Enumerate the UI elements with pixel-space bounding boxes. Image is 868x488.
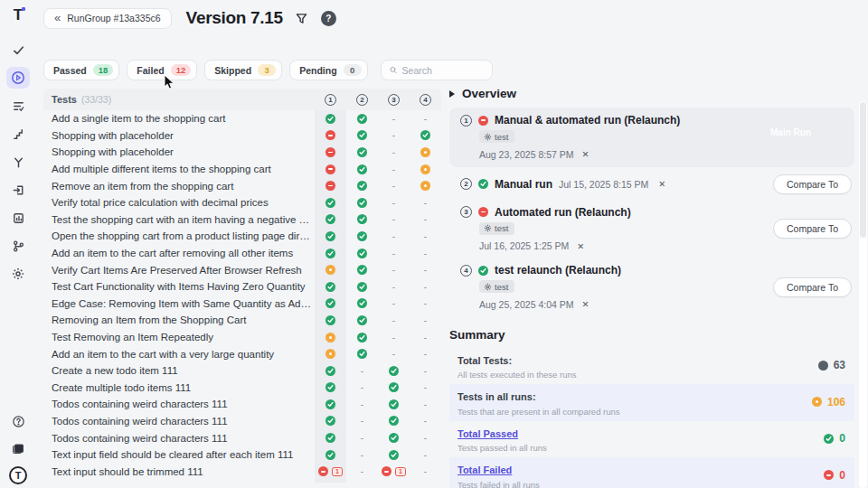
test-name: Test Cart Functionality with Items Havin… (43, 281, 315, 292)
summary-value: 0 (824, 432, 845, 445)
test-row[interactable]: Test Cart Functionality with Items Havin… (43, 278, 441, 296)
summary-link[interactable]: Total Failed (458, 465, 512, 475)
run-tag: test (479, 130, 514, 143)
no-run-dash: - (392, 214, 395, 224)
test-row[interactable]: Open the shopping cart from a product li… (43, 228, 441, 245)
test-row[interactable]: Test the shopping cart with an item havi… (43, 211, 441, 229)
test-row[interactable]: Create a new todo item 111-- (43, 362, 441, 380)
collapse-panel-icon[interactable] (449, 90, 455, 98)
test-row[interactable]: Add multiple different items to the shop… (43, 161, 441, 178)
test-row[interactable]: Add an item to the cart after removing a… (43, 245, 441, 262)
run-item[interactable]: 2Manual runJul 15, 2025 8:15 PM✕Compare … (449, 172, 854, 198)
remove-run-icon[interactable]: ✕ (658, 179, 665, 189)
filter-failed-button[interactable]: Failed12 (127, 60, 197, 80)
status-cell (315, 214, 346, 224)
status-cell (346, 265, 378, 275)
checks-nav-icon[interactable] (6, 39, 30, 61)
comment-badge[interactable]: 1 (395, 467, 406, 476)
sidebar: T (0, 0, 36, 488)
test-row[interactable]: Edge Case: Removing Item with Same Quant… (43, 296, 441, 313)
run-title: Manual run (495, 178, 552, 191)
run-item[interactable]: 4test relaunch (Relaunch)testAug 25, 202… (449, 260, 854, 314)
no-run-dash: - (424, 315, 427, 325)
test-row[interactable]: Add an item to the cart with a very larg… (43, 345, 441, 362)
search-box[interactable] (381, 60, 493, 80)
test-row[interactable]: Todos containing weird characters 111-- (43, 396, 441, 413)
help-circle-icon[interactable] (6, 410, 30, 432)
run-item[interactable]: 3Automated run (Relaunch)testJul 16, 202… (449, 202, 854, 257)
status-failed-icon (326, 181, 335, 191)
test-name: Shopping with placeholder (43, 130, 315, 141)
run-number-2-icon[interactable]: 2 (356, 94, 368, 106)
summary-description: All tests executed in these runs (458, 370, 818, 380)
search-input[interactable] (402, 65, 484, 76)
runs-nav-icon[interactable] (6, 67, 30, 89)
remove-run-icon[interactable]: ✕ (577, 241, 584, 251)
filter-skipped-button[interactable]: Skipped3 (204, 60, 282, 80)
remove-run-icon[interactable]: ✕ (582, 149, 590, 159)
test-name: Edge Case: Removing Item with Same Quant… (43, 298, 315, 309)
filter-count-badge: 0 (344, 64, 362, 76)
test-row[interactable]: Shopping with placeholder- (43, 127, 441, 145)
status-cell (315, 282, 346, 292)
status-cell (315, 399, 346, 409)
status-cell: - (378, 315, 410, 325)
test-row[interactable]: Add a single item to the shopping cart-- (43, 110, 441, 127)
test-row[interactable]: Shopping with placeholder- (43, 144, 441, 161)
compare-to-button[interactable]: Compare To (773, 277, 852, 297)
run-number-badge: 2 (460, 178, 472, 190)
report-nav-icon[interactable] (6, 207, 30, 229)
summary-label: Tests in all runs: (458, 391, 536, 402)
comment-badge[interactable]: 1 (332, 467, 343, 476)
filter-pending-button[interactable]: Pending0 (289, 60, 367, 80)
settings-gear-icon[interactable] (6, 263, 30, 285)
user-avatar[interactable]: T (9, 466, 27, 484)
test-row[interactable]: Todos containing weird characters 111-- (43, 429, 441, 446)
test-name: Removing an Item from the Shopping Cart (43, 314, 315, 325)
run-number-1-icon[interactable]: 1 (325, 94, 336, 106)
steps-nav-icon[interactable] (6, 123, 30, 145)
status-cell: - (378, 249, 410, 258)
no-run-dash: - (392, 282, 395, 292)
run-item[interactable]: 1Manual & automated run (Relaunch)testAu… (449, 108, 854, 167)
test-list-nav-icon[interactable] (6, 95, 30, 117)
status-skipped-icon (812, 397, 822, 407)
import-nav-icon[interactable] (6, 179, 30, 201)
remove-run-icon[interactable]: ✕ (582, 299, 590, 309)
compare-to-button[interactable]: Compare To (773, 219, 852, 239)
filter-passed-button[interactable]: Passed18 (43, 60, 119, 80)
status-cell (378, 382, 410, 392)
help-button[interactable]: ? (321, 11, 336, 26)
status-skipped-icon (326, 333, 335, 343)
summary-link[interactable]: Total Passed (458, 428, 518, 439)
test-row[interactable]: Text input should be trimmed 1111-1- (43, 463, 441, 480)
test-row[interactable]: Todos containing weird characters 111-- (43, 413, 441, 430)
status-passed-icon (389, 382, 399, 392)
status-passed-icon (357, 333, 367, 343)
test-row[interactable]: Removing an Item from the Shopping Cart-… (43, 312, 441, 329)
minus-glyph (321, 471, 326, 473)
pulse-nav-icon[interactable] (6, 151, 30, 173)
minus-glyph (481, 211, 486, 213)
test-row[interactable]: Verify Cart Items Are Preserved After Br… (43, 261, 441, 278)
branch-nav-icon[interactable] (6, 235, 30, 257)
status-passed-icon (357, 198, 367, 208)
test-row[interactable]: Verify total price calculation with deci… (43, 194, 441, 211)
test-row[interactable]: Text input field should be cleared after… (43, 446, 441, 464)
column-header-cell: 2 (346, 94, 378, 106)
test-row[interactable]: Remove an item from the shopping cart- (43, 177, 441, 194)
docs-folder-icon[interactable] (6, 438, 30, 460)
test-row[interactable]: Create multiple todo items 111-- (43, 380, 441, 397)
compare-to-button[interactable]: Compare To (773, 174, 852, 194)
rungroup-back-button[interactable]: « RunGroup #13a335c6 (43, 8, 172, 29)
status-passed-icon (326, 298, 335, 308)
app-logo[interactable]: T (14, 6, 23, 24)
status-cell (346, 147, 378, 157)
test-name: Create multiple todo items 111 (43, 382, 315, 393)
filter-funnel-icon[interactable] (292, 8, 312, 28)
run-number-4-icon[interactable]: 4 (420, 94, 431, 106)
test-row[interactable]: Test Removing an Item Repeatedly-- (43, 329, 441, 346)
vertical-scrollbar[interactable] (859, 101, 867, 488)
status-failed-icon (824, 470, 834, 480)
run-number-3-icon[interactable]: 3 (388, 94, 400, 106)
